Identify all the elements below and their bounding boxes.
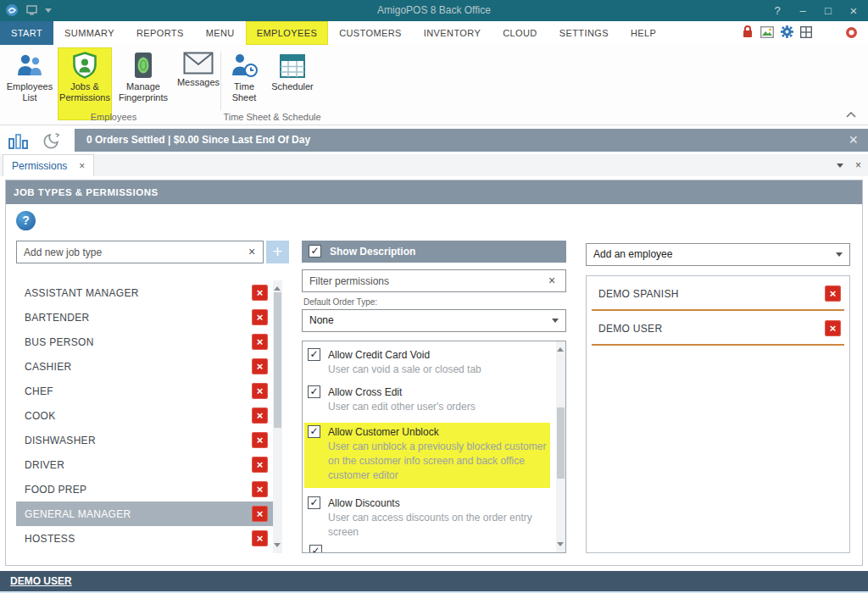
clear-filter-icon[interactable]: × (548, 274, 555, 286)
scrollbar-thumb[interactable] (557, 407, 565, 479)
tab-close-icon[interactable]: × (79, 160, 85, 172)
job-type-row[interactable]: DISHWASHER× (16, 428, 273, 452)
scrollbar-thumb[interactable] (274, 292, 281, 428)
image-export-icon[interactable] (760, 26, 774, 38)
job-type-row[interactable]: BARTENDER× (16, 305, 273, 330)
permission-description: User can access discounts on the order e… (328, 511, 550, 540)
show-description-checkbox[interactable]: ✓ (309, 245, 321, 258)
logged-in-user-link[interactable]: DEMO USER (10, 575, 72, 587)
permission-item: ✓Allow Cross Edit User can edit other us… (308, 385, 550, 414)
permission-scrollbar[interactable] (556, 341, 565, 552)
person-clock-icon (230, 52, 259, 79)
manage-fingerprints-button[interactable]: Manage Fingerprints (115, 47, 171, 120)
job-type-row[interactable]: BUS PERSON× (16, 330, 273, 354)
ribbon-collapse-button[interactable] (846, 112, 856, 118)
job-type-row[interactable]: FOOD PREP× (16, 477, 273, 502)
permission-checkbox[interactable]: ✓ (308, 385, 320, 398)
tab-employees[interactable]: EMPLOYEES (246, 21, 328, 45)
tab-permissions[interactable]: Permissions × (3, 154, 94, 176)
job-list-scrollbar[interactable] (273, 280, 282, 553)
delete-job-button[interactable]: × (252, 457, 268, 473)
maximize-button[interactable]: □ (815, 0, 841, 21)
delete-job-button[interactable]: × (252, 481, 268, 497)
scroll-up-icon[interactable] (557, 344, 564, 352)
tab-reports[interactable]: REPORTS (125, 21, 195, 45)
add-job-type-button[interactable]: + (266, 241, 289, 263)
tab-settings[interactable]: SETTINGS (548, 21, 620, 45)
delete-job-button[interactable]: × (252, 383, 268, 399)
job-type-row[interactable]: HOSTESS× (16, 526, 273, 551)
employee-name: DEMO USER (598, 323, 662, 335)
lifebuoy-icon[interactable] (845, 26, 858, 39)
scroll-down-icon[interactable] (557, 542, 564, 550)
tabstrip-close-icon[interactable]: × (855, 159, 861, 171)
assigned-employee-list: DEMO SPANISH × DEMO USER × (586, 275, 850, 553)
delete-job-button[interactable]: × (252, 285, 268, 301)
tab-cloud[interactable]: CLOUD (492, 21, 548, 45)
permission-checkbox[interactable]: ✓ (309, 545, 322, 552)
messages-button[interactable]: Messages (175, 47, 222, 120)
scroll-up-icon[interactable] (274, 283, 281, 291)
job-type-row[interactable]: DRIVER× (16, 452, 273, 477)
permission-checkbox[interactable]: ✓ (308, 348, 320, 361)
show-description-label: Show Description (330, 241, 415, 263)
job-type-row[interactable]: ASSISTANT MANAGER× (16, 280, 273, 305)
tab-help[interactable]: HELP (620, 21, 667, 45)
ribbon-button-label: Employees List (5, 81, 54, 103)
end-of-day-icon[interactable] (42, 131, 61, 150)
help-icon[interactable]: ? (16, 211, 36, 230)
tab-customers[interactable]: CUSTOMERS (328, 21, 413, 45)
add-employee-select[interactable]: Add an employee (586, 243, 850, 266)
minimize-button[interactable]: – (790, 0, 815, 21)
orders-banner-close-icon[interactable]: × (849, 129, 858, 151)
tab-menu[interactable]: MENU (195, 21, 246, 45)
delete-job-button[interactable]: × (252, 530, 268, 546)
permission-checkbox-partial[interactable]: ✓ (309, 545, 324, 552)
clear-input-icon[interactable]: × (248, 246, 255, 258)
permission-checkbox[interactable]: ✓ (308, 496, 320, 509)
ribbon-button-label: Jobs & Permissions (58, 81, 112, 103)
job-types-permissions-panel: JOB TYPES & PERMISSIONS ? × + ASSISTANT … (5, 180, 863, 566)
shield-person-icon (71, 52, 98, 79)
permission-checkbox[interactable]: ✓ (308, 425, 320, 438)
job-type-label: DRIVER (25, 459, 64, 471)
add-job-type-input[interactable] (16, 241, 264, 263)
job-type-label: DISHWASHER (25, 435, 96, 446)
job-type-row[interactable]: CHEF× (16, 379, 273, 403)
tab-summary[interactable]: SUMMARY (53, 21, 125, 45)
delete-job-button[interactable]: × (252, 309, 268, 325)
jobs-permissions-button[interactable]: Jobs & Permissions (58, 47, 112, 120)
job-type-row[interactable]: CASHIER× (16, 354, 273, 379)
filter-permissions-input[interactable] (302, 269, 566, 292)
delete-job-button[interactable]: × (252, 432, 268, 448)
ribbon: Employees List Jobs & Permissions Manage… (0, 45, 868, 125)
bar-chart-icon[interactable] (8, 132, 29, 149)
window-grid-icon[interactable] (800, 26, 812, 38)
permission-description: User can edit other user's orders (328, 400, 550, 414)
job-type-list: ASSISTANT MANAGER× BARTENDER× BUS PERSON… (16, 280, 282, 553)
remove-employee-button[interactable]: × (825, 285, 841, 302)
ribbon-button-label: Time Sheet (225, 81, 263, 103)
scroll-down-icon[interactable] (274, 543, 281, 551)
window-help-button[interactable]: ? (765, 0, 790, 21)
delete-job-button[interactable]: × (252, 407, 268, 424)
gear-icon[interactable] (781, 25, 793, 38)
job-type-row-selected[interactable]: GENERAL MANAGER× (16, 502, 273, 526)
delete-job-button[interactable]: × (252, 358, 268, 374)
orders-settled-banner: 0 Orders Settled | $0.00 Since Last End … (75, 129, 868, 152)
employees-list-button[interactable]: Employees List (5, 47, 54, 120)
remove-employee-button[interactable]: × (825, 320, 841, 336)
delete-job-button[interactable]: × (252, 506, 268, 522)
scheduler-button[interactable]: Scheduler (266, 47, 319, 120)
tab-inventory[interactable]: INVENTORY (413, 21, 492, 45)
job-type-row[interactable]: COOK× (16, 403, 273, 428)
default-order-type-value: None (309, 310, 334, 331)
default-order-type-select[interactable]: None (302, 309, 566, 332)
tab-start[interactable]: START (0, 21, 53, 45)
delete-job-button[interactable]: × (252, 334, 268, 350)
ribbon-button-label: Scheduler (271, 81, 314, 92)
lock-icon[interactable] (742, 25, 754, 38)
tab-list-dropdown-icon[interactable] (837, 163, 843, 171)
close-button[interactable]: × (841, 0, 866, 21)
time-sheet-button[interactable]: Time Sheet (225, 47, 263, 120)
